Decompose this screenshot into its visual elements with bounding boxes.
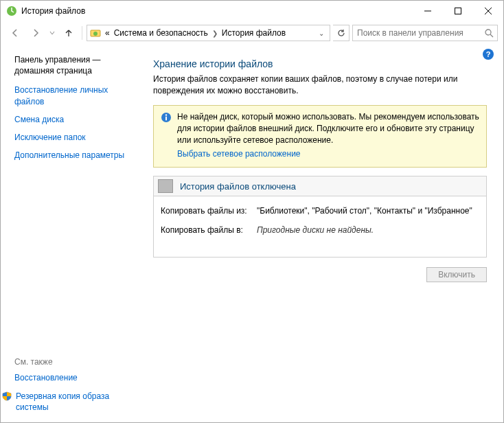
app-icon: [6, 5, 17, 16]
back-button[interactable]: [6, 24, 24, 42]
warning-text: Не найден диск, который можно использова…: [177, 112, 479, 146]
refresh-button[interactable]: [333, 25, 350, 41]
breadcrumb[interactable]: « Система и безопасность ❯ История файло…: [87, 25, 330, 41]
button-bar: Включить: [153, 267, 487, 282]
status-panel: История файлов отключена Копировать файл…: [153, 176, 487, 258]
titlebar: История файлов: [1, 1, 503, 21]
status-header: История файлов отключена: [154, 176, 486, 196]
svg-line-8: [490, 34, 493, 37]
shield-icon: [2, 391, 12, 401]
separator: [82, 26, 82, 40]
maximize-button[interactable]: [443, 1, 473, 21]
see-also-system-image[interactable]: Резервная копия образа системы: [16, 391, 134, 413]
sidebar-link-change-drive[interactable]: Смена диска: [14, 114, 134, 125]
chevron-right-icon: ❯: [211, 30, 219, 37]
status-thumbnail-icon: [158, 179, 173, 193]
select-network-location-link[interactable]: Выбрать сетевое расположение: [177, 148, 301, 160]
svg-rect-11: [165, 116, 167, 120]
recent-dropdown[interactable]: [47, 24, 57, 42]
sidebar-link-exclude-folders[interactable]: Исключение папок: [14, 132, 134, 143]
up-button[interactable]: [60, 24, 78, 42]
svg-point-6: [93, 32, 98, 36]
close-button[interactable]: [473, 1, 503, 21]
sidebar-link-restore-files[interactable]: Восстановление личных файлов: [14, 84, 134, 106]
breadcrumb-item-1[interactable]: История файлов: [220, 28, 287, 38]
copy-from-value: "Библиотеки", "Рабочий стол", "Контакты"…: [257, 206, 479, 216]
breadcrumb-dropdown[interactable]: ⌄: [316, 30, 327, 37]
warning-box: Не найден диск, который можно использова…: [153, 105, 487, 168]
copy-to-label: Копировать файлы в:: [161, 225, 257, 235]
see-also-recovery[interactable]: Восстановление: [14, 372, 134, 383]
search-box[interactable]: [352, 25, 498, 41]
address-bar: « Система и безопасность ❯ История файло…: [1, 21, 503, 45]
info-icon: [161, 112, 172, 123]
window-title: История файлов: [21, 6, 85, 16]
sidebar: Панель управления — домашняя страница Во…: [1, 45, 142, 422]
breadcrumb-prefix[interactable]: «: [104, 28, 111, 38]
page-description: История файлов сохраняет копии ваших фай…: [153, 73, 487, 97]
minimize-button[interactable]: [413, 1, 443, 21]
main-content: ? Хранение истории файлов История файлов…: [142, 45, 503, 422]
svg-point-7: [485, 30, 491, 35]
page-title: Хранение истории файлов: [153, 58, 487, 69]
status-title: История файлов отключена: [180, 181, 296, 192]
help-icon[interactable]: ?: [483, 49, 494, 60]
copy-from-label: Копировать файлы из:: [161, 206, 257, 216]
window-controls: [413, 1, 503, 21]
search-icon[interactable]: [483, 27, 494, 38]
svg-point-10: [165, 114, 167, 115]
see-also-label: См. также: [14, 357, 134, 367]
enable-button[interactable]: Включить: [426, 267, 487, 282]
forward-button[interactable]: [27, 24, 45, 42]
sidebar-link-advanced[interactable]: Дополнительные параметры: [14, 150, 134, 161]
search-input[interactable]: [356, 27, 483, 38]
copy-to-value: Пригодные диски не найдены.: [257, 225, 479, 235]
control-panel-home-link[interactable]: Панель управления — домашняя страница: [14, 54, 134, 76]
folder-icon: [90, 27, 101, 38]
svg-rect-2: [455, 8, 461, 14]
breadcrumb-item-0[interactable]: Система и безопасность: [113, 28, 209, 38]
